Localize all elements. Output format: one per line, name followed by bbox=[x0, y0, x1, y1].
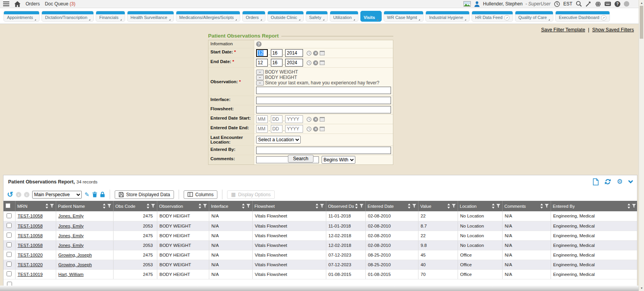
entered-date-end-month-input[interactable] bbox=[256, 125, 268, 133]
settings-gear-icon[interactable]: ⚙ bbox=[617, 178, 623, 185]
save-filter-template-link[interactable]: Save Filter Template bbox=[541, 27, 585, 33]
scrollbar-thumb[interactable] bbox=[640, 6, 643, 39]
column-header-comments[interactable]: Comments bbox=[502, 201, 551, 211]
patient-name-link[interactable]: Growing, Joseph bbox=[59, 262, 92, 267]
previous-perspective-icon[interactable]: ‹ bbox=[16, 192, 21, 197]
tab-visits[interactable]: Visits bbox=[360, 11, 382, 22]
sort-icon[interactable] bbox=[355, 204, 358, 209]
next-perspective-icon[interactable]: › bbox=[24, 192, 29, 197]
sort-icon[interactable] bbox=[198, 204, 201, 209]
entered-date-end-day-input[interactable] bbox=[271, 125, 282, 133]
refresh-icon[interactable] bbox=[605, 179, 611, 185]
store-displayed-data-button[interactable]: Store Displayed Data bbox=[115, 190, 174, 199]
filter-icon[interactable] bbox=[50, 204, 54, 208]
mrn-link[interactable]: TEST-10058 bbox=[18, 214, 43, 218]
mrn-link[interactable]: TEST-10058 bbox=[18, 224, 43, 228]
filter-icon[interactable] bbox=[360, 204, 363, 208]
filter-icon[interactable] bbox=[632, 204, 636, 208]
tab-hr-data-feed[interactable]: HR Data Feed↗ bbox=[472, 11, 513, 22]
user-name[interactable]: Hullender, Stephen bbox=[483, 1, 523, 7]
breadcrumb-doc-queue[interactable]: Doc Queue (3) bbox=[45, 1, 76, 7]
search-button[interactable]: Search bbox=[288, 155, 313, 163]
filter-icon[interactable] bbox=[151, 204, 155, 208]
filter-icon[interactable] bbox=[320, 204, 324, 208]
mrn-link[interactable]: TEST-10058 bbox=[18, 243, 43, 248]
tab-appointments[interactable]: Appointments bbox=[3, 11, 40, 22]
image-icon[interactable] bbox=[463, 1, 471, 7]
mrn-link[interactable]: TEST-10020 bbox=[18, 262, 43, 267]
patient-name-link[interactable]: Jones, Emily bbox=[59, 243, 84, 248]
filter-icon[interactable] bbox=[496, 204, 500, 208]
start-date-month-input[interactable]: 12 bbox=[256, 49, 268, 57]
clear-date-icon[interactable]: × bbox=[313, 127, 318, 132]
clear-date-icon[interactable]: × bbox=[313, 51, 318, 56]
tab-orders[interactable]: Orders bbox=[242, 11, 265, 22]
row-checkbox[interactable] bbox=[7, 271, 12, 276]
tab-dictation-transcription[interactable]: Dictation/Transcription bbox=[41, 11, 94, 22]
patient-name-link[interactable]: Hart, William bbox=[59, 272, 84, 277]
column-header-observed-date[interactable]: Observed Date bbox=[326, 201, 365, 211]
tab-industrial-hygiene[interactable]: Industrial Hygiene bbox=[425, 11, 470, 22]
start-date-day-input[interactable] bbox=[271, 49, 282, 57]
tab-health-surveillance[interactable]: Health Surveillance bbox=[127, 11, 174, 22]
filter-icon[interactable] bbox=[452, 204, 456, 208]
row-checkbox[interactable] bbox=[7, 252, 12, 257]
remove-observation-button[interactable]: − bbox=[256, 75, 264, 80]
search-icon[interactable] bbox=[576, 1, 582, 7]
tab-outside-clinic[interactable]: Outside Clinic bbox=[267, 11, 304, 22]
flowsheet-input[interactable] bbox=[256, 106, 391, 113]
interface-input[interactable] bbox=[256, 97, 391, 104]
collapse-chevron-icon[interactable] bbox=[628, 178, 633, 183]
start-date-year-input[interactable] bbox=[285, 49, 303, 57]
breadcrumb-orders[interactable]: Orders bbox=[26, 1, 40, 7]
tab-utilization[interactable]: Utilization bbox=[330, 11, 358, 22]
remove-observation-button[interactable]: − bbox=[256, 80, 264, 86]
tab-wr-case-mgmt[interactable]: WR Case Mgmt bbox=[384, 11, 424, 22]
entered-date-start-month-input[interactable] bbox=[256, 115, 268, 123]
tab-quality-of-care[interactable]: Quality of Care bbox=[515, 11, 553, 22]
end-date-day-input[interactable] bbox=[271, 59, 282, 67]
entered-date-end-year-input[interactable] bbox=[285, 125, 303, 133]
tab-executive-dashboard[interactable]: Executive Dashboard↗ bbox=[555, 11, 610, 22]
info-help-icon[interactable]: ? bbox=[256, 41, 262, 47]
scroll-down-icon[interactable]: ▼ bbox=[639, 287, 644, 289]
sort-icon[interactable] bbox=[408, 204, 411, 209]
sort-icon[interactable] bbox=[627, 204, 630, 209]
column-header-observation[interactable]: Observation bbox=[157, 201, 209, 211]
entered-by-input[interactable] bbox=[256, 147, 391, 154]
last-encounter-location-select[interactable]: Select a Location bbox=[256, 136, 301, 144]
clear-date-icon[interactable]: × bbox=[313, 60, 318, 65]
row-checkbox[interactable] bbox=[7, 242, 12, 247]
sort-icon[interactable] bbox=[45, 204, 48, 209]
columns-button[interactable]: Columns bbox=[184, 190, 217, 199]
time-picker-icon[interactable] bbox=[307, 117, 312, 122]
calendar-icon[interactable] bbox=[320, 127, 325, 131]
tab-medications-allergies-scripts[interactable]: Medications/Allergies/Scripts bbox=[176, 11, 241, 22]
tab-financials[interactable]: Financials bbox=[96, 11, 125, 22]
wand-icon[interactable] bbox=[585, 1, 592, 7]
select-all-checkbox[interactable] bbox=[5, 203, 10, 208]
sort-icon[interactable] bbox=[242, 204, 245, 209]
patient-name-link[interactable]: Growing, Joseph bbox=[59, 253, 92, 257]
reset-perspective-icon[interactable]: ↺ bbox=[7, 191, 13, 198]
column-header-mrn[interactable]: MRN bbox=[15, 201, 56, 211]
time-picker-icon[interactable] bbox=[307, 51, 312, 56]
vertical-scrollbar[interactable]: ▲ ▼ bbox=[639, 0, 644, 291]
filter-icon[interactable] bbox=[203, 204, 207, 208]
row-checkbox[interactable] bbox=[7, 262, 12, 267]
sort-icon[interactable] bbox=[103, 204, 106, 209]
row-checkbox[interactable] bbox=[7, 223, 12, 228]
show-saved-filters-link[interactable]: Show Saved Filters bbox=[592, 27, 634, 33]
observation-search-input[interactable] bbox=[256, 87, 391, 94]
time-picker-icon[interactable] bbox=[307, 60, 312, 65]
row-checkbox[interactable] bbox=[7, 233, 12, 238]
delete-perspective-icon[interactable] bbox=[92, 192, 97, 197]
tab-safety[interactable]: Safety bbox=[306, 11, 328, 22]
column-header-interface[interactable]: Interface bbox=[209, 201, 252, 211]
globe-icon[interactable] bbox=[595, 1, 601, 7]
column-header-obs-code[interactable]: Obs Code bbox=[113, 201, 157, 211]
column-header-entered-date[interactable]: Entered Date bbox=[365, 201, 418, 211]
perspective-select[interactable]: Main Perspective bbox=[32, 191, 82, 199]
edit-perspective-icon[interactable]: ✎ bbox=[84, 192, 90, 197]
help-icon[interactable]: ? bbox=[615, 1, 620, 7]
